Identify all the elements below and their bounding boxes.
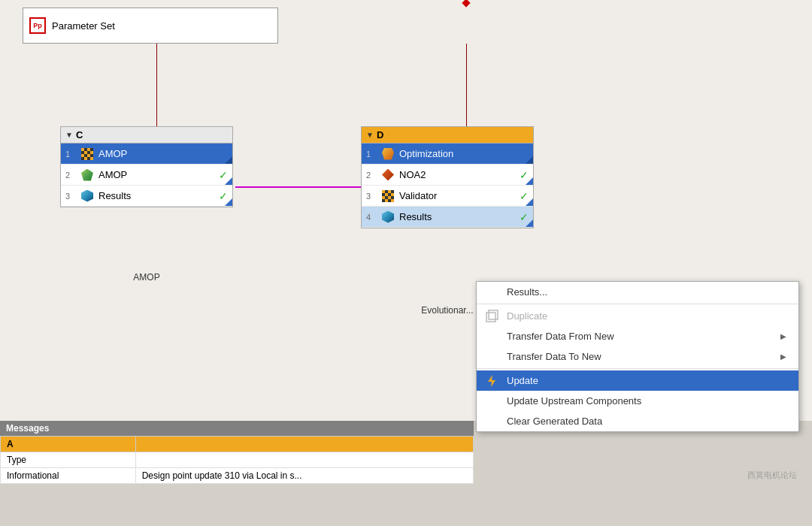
submenu-arrow: ▶ xyxy=(780,332,786,340)
row-label: NOA2 xyxy=(399,169,514,180)
amop-icon-2 xyxy=(80,168,94,182)
node-d[interactable]: ▼ D 1 Optimization 2 NOA2 ✓ 3 Validator … xyxy=(361,126,534,228)
ctx-duplicate-label: Duplicate xyxy=(507,310,547,322)
line-c xyxy=(156,44,157,126)
row-label: Results xyxy=(399,211,514,222)
row-label: Optimization xyxy=(399,148,529,159)
col-b-header xyxy=(135,437,473,452)
diamond-connector xyxy=(462,0,470,8)
corner-mark xyxy=(225,156,232,164)
row-label: AMOP xyxy=(98,169,213,180)
amop-icon-1 xyxy=(80,147,94,161)
results-icon xyxy=(80,189,94,203)
row-label: Validator xyxy=(399,190,514,201)
param-set-icon: Pp xyxy=(29,17,46,34)
ctx-update-label: Update xyxy=(507,375,538,386)
node-c-title: C xyxy=(76,129,83,141)
canvas-area: Pp Parameter Set ▼ C 1 AMOP 2 AMOP ✓ 3 xyxy=(0,0,812,421)
ctx-clear-generated[interactable]: Clear Generated Data xyxy=(477,411,798,431)
lightning-icon xyxy=(484,373,499,388)
corner-mark xyxy=(225,198,232,206)
row-num: 3 xyxy=(366,192,377,201)
row-num: 3 xyxy=(65,192,76,201)
node-d-row-3[interactable]: 3 Validator ✓ xyxy=(362,186,533,207)
node-c-footer: AMOP xyxy=(60,272,233,283)
context-menu: Results... Duplicate Transfer Data From … xyxy=(476,281,799,432)
node-c-row-3[interactable]: 3 Results ✓ xyxy=(61,186,232,207)
ctx-results[interactable]: Results... xyxy=(477,282,798,302)
node-c-row-2[interactable]: 2 AMOP ✓ xyxy=(61,165,232,186)
ctx-duplicate[interactable]: Duplicate xyxy=(477,306,798,326)
results-icon-d xyxy=(381,210,395,224)
corner-mark xyxy=(526,177,533,185)
svg-marker-2 xyxy=(488,375,495,387)
watermark: 西莫电机论坛 xyxy=(747,470,797,481)
info-cell: Informational xyxy=(1,468,136,484)
line-d xyxy=(466,44,467,126)
table-row: Type xyxy=(1,452,474,468)
row-num: 2 xyxy=(65,171,76,180)
desc-cell-2: Design point update 310 via Local in s..… xyxy=(135,468,473,484)
row-label: AMOP xyxy=(98,148,228,159)
submenu-arrow: ▶ xyxy=(780,352,786,361)
ctx-update-upstream-label: Update Upstream Components xyxy=(507,395,641,407)
messages-panel: Messages A Type Informational Design poi… xyxy=(0,421,474,526)
ctx-results-label: Results... xyxy=(507,286,547,298)
ctx-sep-1 xyxy=(477,304,798,304)
ctx-sep-2 xyxy=(477,368,798,369)
row-num: 4 xyxy=(366,213,377,222)
type-cell: Type xyxy=(1,452,136,468)
node-d-row-4[interactable]: 4 Results ✓ xyxy=(362,207,533,228)
param-set-node[interactable]: Pp Parameter Set xyxy=(23,8,278,44)
node-c-row-1[interactable]: 1 AMOP xyxy=(61,144,232,165)
svg-rect-1 xyxy=(489,310,498,319)
ctx-update-upstream[interactable]: Update Upstream Components xyxy=(477,391,798,411)
ctx-transfer-to-label: Transfer Data To New xyxy=(507,351,601,362)
connection-line xyxy=(235,186,363,188)
validator-icon xyxy=(381,189,395,203)
node-c[interactable]: ▼ C 1 AMOP 2 AMOP ✓ 3 Results ✓ xyxy=(60,126,233,207)
noa-icon xyxy=(381,168,395,182)
row-num: 2 xyxy=(366,171,377,180)
corner-mark xyxy=(526,219,533,227)
corner-mark xyxy=(526,198,533,206)
desc-cell xyxy=(135,452,473,468)
ctx-update[interactable]: Update xyxy=(477,370,798,391)
optim-icon xyxy=(381,147,395,161)
row-num: 1 xyxy=(65,150,76,159)
messages-table: A Type Informational Design point update… xyxy=(0,436,474,484)
ctx-transfer-to[interactable]: Transfer Data To New ▶ xyxy=(477,346,798,367)
node-d-header: ▼ D xyxy=(362,127,533,144)
corner-mark xyxy=(225,177,232,185)
messages-header: Messages xyxy=(0,421,474,436)
ctx-transfer-from[interactable]: Transfer Data From New ▶ xyxy=(477,326,798,346)
collapse-arrow-c[interactable]: ▼ xyxy=(65,131,73,139)
collapse-arrow-d[interactable]: ▼ xyxy=(366,131,374,139)
col-a-header: A xyxy=(1,437,136,452)
node-d-row-2[interactable]: 2 NOA2 ✓ xyxy=(362,165,533,186)
ctx-transfer-from-label: Transfer Data From New xyxy=(507,331,614,342)
param-set-label: Parameter Set xyxy=(52,20,115,32)
node-c-header: ▼ C xyxy=(61,127,232,144)
corner-mark xyxy=(526,156,533,164)
node-d-row-1[interactable]: 1 Optimization xyxy=(362,144,533,165)
ctx-clear-generated-label: Clear Generated Data xyxy=(507,416,602,427)
duplicate-icon xyxy=(484,309,499,324)
node-d-title: D xyxy=(377,129,383,141)
row-label: Results xyxy=(98,190,213,201)
svg-rect-0 xyxy=(486,313,495,322)
table-row: Informational Design point update 310 vi… xyxy=(1,468,474,484)
row-num: 1 xyxy=(366,150,377,159)
